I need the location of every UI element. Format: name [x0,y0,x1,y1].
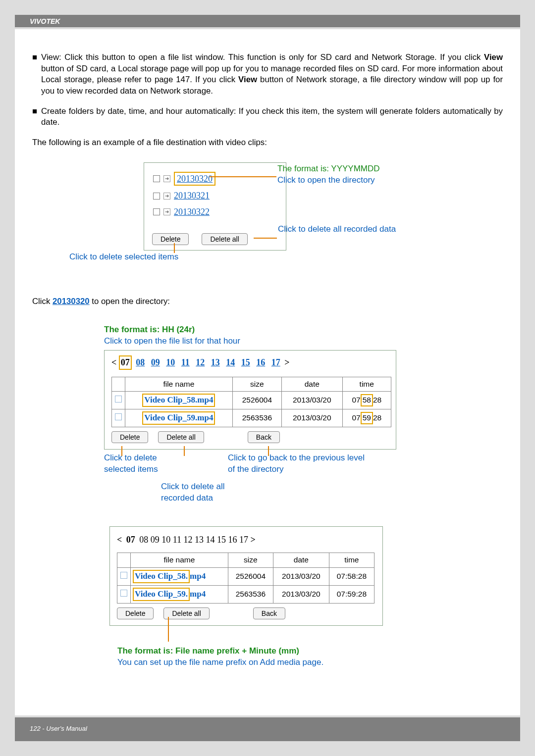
prev-hour[interactable]: < [117,535,122,545]
col-time: time [342,377,391,392]
hour-09[interactable]: 09 [151,357,160,367]
diagram-folders: ➜ 20130320 ➜ 20130321 ➜ 20130322 Delete … [32,162,503,276]
delete-all-button[interactable]: Delete all [202,233,247,245]
hour-13[interactable]: 13 [211,357,220,367]
col-file-name: file name [131,553,228,568]
checkbox[interactable] [153,193,160,200]
hour-17[interactable]: 17 [239,535,248,545]
delete-all-button[interactable]: Delete all [163,607,209,619]
hour-nav-2: < 07 08 09 10 11 12 13 14 15 16 17 > [117,534,375,546]
checkbox[interactable] [153,175,160,182]
anno-back: Click to go back to the previous level o… [228,453,372,475]
hour-09[interactable]: 09 [151,535,160,545]
anno-delete-selected: Click to delete selected items [69,252,178,263]
anno-filename-format: The format is: File name prefix + Minute… [117,646,503,657]
col-size: size [232,377,281,392]
prev-hour[interactable]: < [111,357,116,367]
delete-button[interactable]: Delete [152,233,189,245]
file-link[interactable]: Video Clip_59.mp4 [142,411,215,425]
next-hour[interactable]: > [251,535,256,545]
back-button[interactable]: Back [253,607,285,619]
hour-07[interactable]: 07 [126,535,135,545]
diagram-filelist: The format is: HH (24r) Click to open th… [32,324,503,504]
hour-16[interactable]: 16 [256,357,265,367]
delete-all-button[interactable]: Delete all [158,431,204,443]
checkbox[interactable] [115,396,122,403]
hour-10[interactable]: 10 [161,535,170,545]
back-button[interactable]: Back [248,431,280,443]
anno-hh: The format is: HH (24r) [104,324,503,336]
hour-12[interactable]: 12 [196,357,205,367]
hour-11[interactable]: 11 [181,357,190,367]
bullet-square: ■ [32,106,41,128]
checkbox[interactable] [120,590,127,597]
hour-16[interactable]: 16 [228,535,237,545]
brand-text: VIVOTEK [30,17,60,25]
hour-10[interactable]: 10 [166,357,175,367]
folder-row-2: ➜ 20130322 [148,206,282,218]
col-size: size [228,553,273,568]
bullet-view: ■ View: Click this button to open a file… [32,52,503,97]
open-icon[interactable]: ➜ [163,193,170,200]
table-row: Video Clip_58.mp4 2526004 2013/03/20 075… [112,392,391,409]
footer-text: 122 - User's Manual [30,725,87,732]
checkbox[interactable] [120,572,127,579]
page-footer: 122 - User's Manual [15,717,520,741]
anno-delete-selected-2: Click to delete selected items [104,453,183,475]
hour-12[interactable]: 12 [184,535,193,545]
diagram-filelist-2: < 07 08 09 10 11 12 13 14 15 16 17 > [32,526,503,668]
file-list-box-2: < 07 08 09 10 11 12 13 14 15 16 17 > [109,526,383,626]
anno-filename-sub: You can set up the file name prefix on A… [117,657,503,668]
col-date: date [281,377,342,392]
click-open-text: Click 20130320 to open the directory: [32,296,503,307]
hour-14[interactable]: 14 [206,535,215,545]
checkbox[interactable] [115,413,122,420]
anno-hh-sub: Click to open the file list for that hou… [104,336,503,347]
anno-delete-all: Click to delete all recorded data [278,224,396,235]
folder-row-0: ➜ 20130320 [148,172,282,186]
file-table-2: file name size date time Video Clip_58.m… [117,553,374,604]
next-hour[interactable]: > [284,357,289,367]
bullet-create: ■ Create folders by date, time, and hour… [32,106,503,128]
file-link[interactable]: Video Clip_58.mp4 [142,394,215,407]
hour-08[interactable]: 08 [139,535,148,545]
delete-button[interactable]: Delete [117,607,154,619]
table-row: Video Clip_58.mp4 2526004 2013/03/20 07:… [117,568,374,586]
hour-15[interactable]: 15 [217,535,226,545]
file-list-box: < 07 08 09 10 11 12 13 14 15 16 17 > [104,350,396,450]
folder-link[interactable]: 20130322 [174,206,210,218]
bullet-square: ■ [32,52,41,97]
col-time: time [329,553,374,568]
anno-delete-all-2: Click to delete all recorded data [161,481,260,504]
hour-15[interactable]: 15 [241,357,250,367]
folder-row-1: ➜ 20130321 [148,190,282,202]
hour-14[interactable]: 14 [226,357,235,367]
hour-nav: < 07 08 09 10 11 12 13 14 15 16 17 > [111,355,389,369]
hour-07[interactable]: 07 [119,355,132,369]
col-file-name: file name [125,377,233,392]
hour-11[interactable]: 11 [173,535,181,545]
checkbox[interactable] [153,208,160,215]
file-table: file name size date time Video Clip_58.m… [111,377,391,428]
col-date: date [273,553,329,568]
table-row: Video Clip_59.mp4 2563536 2013/03/20 07:… [117,586,374,604]
table-row: Video Clip_59.mp4 2563536 2013/03/20 075… [112,409,391,427]
folder-link[interactable]: 20130321 [174,190,210,202]
hour-08[interactable]: 08 [136,357,145,367]
folder-link[interactable]: 20130320 [177,174,213,184]
lead-text: The following is an example of a file de… [32,137,503,149]
page-header: VIVOTEK [15,15,520,27]
delete-button[interactable]: Delete [111,431,148,443]
hour-17[interactable]: 17 [271,357,280,367]
open-icon[interactable]: ➜ [163,208,170,215]
hour-13[interactable]: 13 [195,535,204,545]
anno-format-date: The format is: YYYYMMDD Click to open th… [277,163,380,186]
open-icon[interactable]: ➜ [163,175,170,182]
